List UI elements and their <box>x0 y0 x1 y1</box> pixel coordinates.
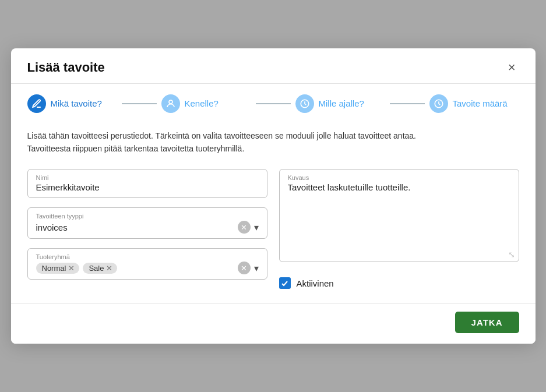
step-divider-1 <box>122 103 157 104</box>
step-2-label: Kenelle? <box>185 98 219 108</box>
description-line2: Tavoitteesta riippuen pitää tarkentaa ta… <box>27 144 245 153</box>
tag-normal: Normal ✕ <box>36 263 80 274</box>
modal-header: Lisää tavoite × <box>11 48 536 84</box>
step-3-label: Mille ajalle? <box>319 98 364 108</box>
step-1[interactable]: Mikä tavoite? <box>27 94 117 113</box>
modal-title: Lisää tavoite <box>27 60 105 75</box>
active-checkbox[interactable] <box>279 277 291 289</box>
form-col-left: Nimi Tavoitteen tyyppi invoices ✕ ▾ <box>27 169 267 289</box>
step-3[interactable]: Mille ajalle? <box>295 94 385 113</box>
description-textarea[interactable] <box>288 182 510 252</box>
tag-sale-remove[interactable]: ✕ <box>106 264 112 272</box>
name-label: Nimi <box>36 174 259 181</box>
active-row: Aktiivinen <box>279 277 519 289</box>
step-2[interactable]: Kenelle? <box>161 94 251 113</box>
group-clear-button[interactable]: ✕ <box>238 262 251 274</box>
step-1-icon <box>27 94 46 113</box>
group-actions: ✕ ▾ <box>238 262 259 274</box>
type-label: Tavoitteen tyyppi <box>36 213 259 220</box>
description-field-group: Kuvaus ⤡ <box>279 169 519 262</box>
form-row: Nimi Tavoitteen tyyppi invoices ✕ ▾ <box>27 169 519 289</box>
modal-body: Lisää tähän tavoitteesi perustiedot. Tär… <box>11 120 536 303</box>
active-label: Aktiivinen <box>297 278 334 288</box>
type-value: invoices <box>36 223 238 232</box>
svg-point-0 <box>169 100 172 104</box>
name-input[interactable] <box>36 182 259 192</box>
resize-icon: ⤡ <box>508 250 515 259</box>
tag-sale-label: Sale <box>89 264 104 273</box>
tag-normal-label: Normal <box>42 264 66 273</box>
tag-normal-remove[interactable]: ✕ <box>68 264 75 272</box>
tags-container: Normal ✕ Sale ✕ <box>36 263 238 274</box>
type-field-group[interactable]: Tavoitteen tyyppi invoices ✕ ▾ <box>27 207 267 239</box>
name-field-group: Nimi <box>27 169 267 198</box>
group-label: Tuoteryhmä <box>36 253 259 260</box>
tag-sale: Sale ✕ <box>83 263 117 274</box>
type-dropdown-arrow[interactable]: ▾ <box>254 222 259 233</box>
modal: Lisää tavoite × Mikä tavoite? <box>11 48 536 344</box>
type-actions: ✕ ▾ <box>238 221 259 234</box>
type-select[interactable]: invoices ✕ ▾ <box>36 221 259 234</box>
description: Lisää tähän tavoitteesi perustiedot. Tär… <box>27 129 519 156</box>
step-1-label: Mikä tavoite? <box>51 98 102 108</box>
step-divider-3 <box>390 103 425 104</box>
description-line1: Lisää tähän tavoitteesi perustiedot. Tär… <box>27 131 417 140</box>
step-4[interactable]: Tavoite määrä <box>429 94 519 113</box>
step-divider-2 <box>256 103 291 104</box>
step-4-label: Tavoite määrä <box>453 98 508 108</box>
step-2-icon <box>161 94 180 113</box>
group-select[interactable]: Normal ✕ Sale ✕ ✕ ▾ <box>36 262 259 274</box>
modal-footer: JATKA <box>11 303 536 344</box>
step-3-icon <box>295 94 314 113</box>
next-button[interactable]: JATKA <box>455 312 519 333</box>
modal-overlay: Lisää tavoite × Mikä tavoite? <box>0 0 546 392</box>
type-clear-button[interactable]: ✕ <box>238 221 251 234</box>
step-4-icon <box>429 94 448 113</box>
group-field-group[interactable]: Tuoteryhmä Normal ✕ Sale ✕ <box>27 248 267 280</box>
stepper: Mikä tavoite? Kenelle? <box>11 84 536 120</box>
close-button[interactable]: × <box>505 60 519 75</box>
description-label: Kuvaus <box>288 174 510 181</box>
group-dropdown-arrow[interactable]: ▾ <box>254 263 259 274</box>
form-col-right: Kuvaus ⤡ Aktiivinen <box>279 169 519 289</box>
